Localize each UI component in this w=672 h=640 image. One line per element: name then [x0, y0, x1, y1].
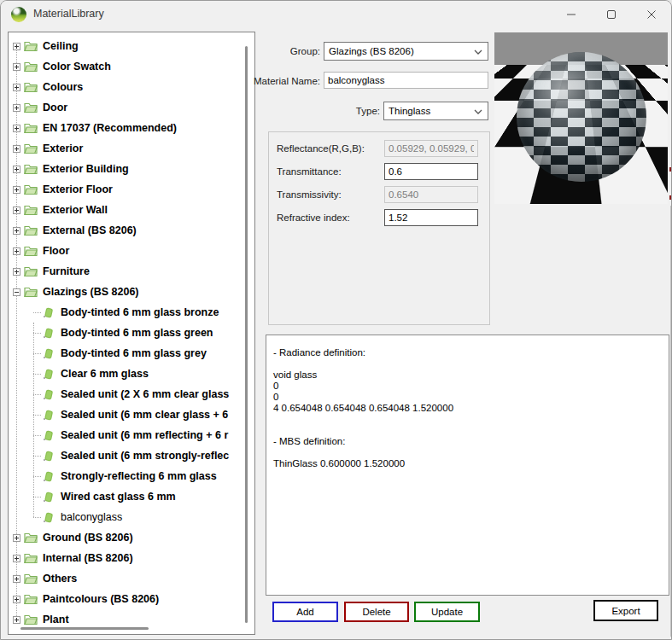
expand-plus-icon[interactable]	[13, 43, 20, 50]
window-title: MaterialLibrary	[33, 8, 104, 20]
tree-item-external-bs-8206[interactable]: External (BS 8206)	[9, 220, 254, 241]
delete-button[interactable]: Delete	[344, 602, 409, 622]
tree-item-others[interactable]: Others	[9, 568, 254, 589]
expand-plus-icon[interactable]	[13, 247, 20, 255]
property-row-refractive-index: Refractive index:	[269, 207, 489, 230]
group-dropdown[interactable]: Glazings (BS 8206)	[324, 42, 488, 61]
chevron-down-icon	[474, 109, 482, 114]
expand-plus-icon[interactable]	[13, 555, 20, 562]
expand-plus-icon[interactable]	[13, 534, 20, 542]
group-dropdown-value: Glazings (BS 8206)	[329, 46, 414, 56]
tree-item-sealed-unit-6-mm-strongly-reflec[interactable]: Sealed unit (6 mm strongly-reflec	[9, 445, 254, 466]
folder-icon	[24, 532, 38, 544]
minimize-button[interactable]	[551, 1, 591, 28]
tree-item-exterior-building[interactable]: Exterior Building	[9, 159, 254, 179]
refractive-index-input[interactable]	[384, 209, 478, 226]
tree-item-body-tinted-6-mm-glass-bronze[interactable]: Body-tinted 6 mm glass bronze	[9, 302, 254, 323]
collapse-minus-icon[interactable]	[13, 288, 20, 296]
tree-item-label: Glazings (BS 8206)	[43, 286, 139, 298]
tree-item-colours[interactable]: Colours	[9, 77, 254, 97]
expand-plus-icon[interactable]	[13, 186, 20, 194]
tree-item-exterior-floor[interactable]: Exterior Floor	[9, 179, 254, 200]
tree-item-label: EN 17037 (Recommended)	[43, 122, 177, 134]
preview-glass-sphere	[517, 52, 646, 182]
tree-item-body-tinted-6-mm-glass-green[interactable]: Body-tinted 6 mm glass green	[9, 323, 254, 343]
material-icon	[42, 511, 56, 524]
expand-plus-icon[interactable]	[13, 616, 20, 624]
export-button[interactable]: Export	[593, 600, 658, 621]
tree-item-glazings-bs-8206[interactable]: Glazings (BS 8206)	[9, 282, 254, 302]
transmissivity-input	[384, 186, 478, 203]
tree-item-label: Body-tinted 6 mm glass grey	[61, 347, 207, 359]
chevron-down-icon	[474, 49, 482, 55]
tree-connector-stub	[33, 435, 41, 436]
folder-icon	[24, 552, 38, 565]
folder-icon	[24, 286, 38, 299]
tree-item-label: Door	[43, 102, 67, 113]
tree-horizontal-scrollbar[interactable]	[20, 627, 149, 630]
type-label: Type:	[325, 106, 380, 116]
group-label: Group:	[257, 46, 320, 56]
folder-icon	[24, 122, 38, 135]
folder-icon	[24, 81, 38, 94]
transmittance-input[interactable]	[384, 163, 478, 180]
tree-item-sealed-unit-6-mm-reflecting-6-r[interactable]: Sealed unit (6 mm reflecting + 6 r	[9, 425, 254, 445]
tree-item-clear-6-mm-glass[interactable]: Clear 6 mm glass	[9, 364, 254, 384]
close-button[interactable]	[631, 1, 671, 28]
expand-plus-icon[interactable]	[13, 63, 20, 71]
expand-plus-icon[interactable]	[13, 268, 20, 276]
tree-item-label: Ceiling	[43, 40, 79, 52]
tree-item-label: Sealed unit (6 mm clear glass + 6	[61, 409, 228, 421]
tree-item-en-17037-recommended[interactable]: EN 17037 (Recommended)	[9, 118, 254, 138]
tree-item-label: balconyglass	[61, 511, 122, 523]
tree-item-label: Others	[43, 573, 77, 585]
tree-item-label: Furniture	[43, 265, 90, 277]
material-icon	[42, 306, 56, 319]
definition-box[interactable]: - Radiance definition: void glass 0 0 4 …	[266, 335, 669, 596]
tree-item-sealed-unit-6-mm-clear-glass-6[interactable]: Sealed unit (6 mm clear glass + 6	[9, 404, 254, 425]
expand-plus-icon[interactable]	[13, 596, 20, 603]
tree-item-label: Color Swatch	[43, 61, 111, 73]
tree-item-body-tinted-6-mm-glass-grey[interactable]: Body-tinted 6 mm glass grey	[9, 343, 254, 364]
tree-vertical-scrollbar[interactable]	[245, 46, 248, 623]
expand-plus-icon[interactable]	[13, 207, 20, 214]
tree-item-paintcolours-bs-8206[interactable]: Paintcolours (BS 8206)	[9, 589, 254, 609]
tree-item-door[interactable]: Door	[9, 97, 254, 118]
tree-item-floor[interactable]: Floor	[9, 241, 254, 261]
expand-plus-icon[interactable]	[13, 575, 20, 583]
tree-item-furniture[interactable]: Furniture	[9, 261, 254, 282]
update-button[interactable]: Update	[414, 602, 480, 622]
expand-plus-icon[interactable]	[13, 145, 20, 153]
tree-item-label: Paintcolours (BS 8206)	[43, 593, 159, 605]
tree-item-exterior[interactable]: Exterior	[9, 138, 254, 159]
type-dropdown-value: Thinglass	[389, 106, 430, 116]
tree-connector-stub	[33, 517, 41, 518]
tree-item-ground-bs-8206[interactable]: Ground (BS 8206)	[9, 527, 254, 548]
expand-plus-icon[interactable]	[13, 104, 20, 112]
tree-item-internal-bs-8206[interactable]: Internal (BS 8206)	[9, 548, 254, 568]
tree-connector-stub	[33, 333, 41, 334]
material-icon	[42, 327, 56, 340]
tree-item-label: Plant	[43, 614, 69, 625]
tree-item-ceiling[interactable]: Ceiling	[9, 36, 254, 56]
expand-plus-icon[interactable]	[13, 84, 20, 91]
tree-item-wired-cast-glass-6-mm[interactable]: Wired cast glass 6 mm	[9, 486, 254, 507]
material-name-label: Material Name:	[247, 76, 320, 86]
tree-item-sealed-unit-2-x-6-mm-clear-glass[interactable]: Sealed unit (2 X 6 mm clear glass	[9, 384, 254, 404]
tree-item-label: External (BS 8206)	[43, 224, 137, 236]
tree-item-strongly-reflecting-6-mm-glass[interactable]: Strongly-reflecting 6 mm glass	[9, 466, 254, 486]
type-dropdown[interactable]: Thinglass	[383, 102, 488, 120]
expand-plus-icon[interactable]	[13, 125, 20, 132]
material-library-window: MaterialLibrary CeilingColor SwatchColou…	[0, 0, 672, 640]
material-name-input[interactable]	[324, 72, 488, 89]
material-icon	[42, 409, 56, 422]
expand-plus-icon[interactable]	[13, 227, 20, 235]
tree-item-color-swatch[interactable]: Color Swatch	[9, 56, 254, 77]
expand-plus-icon[interactable]	[13, 166, 20, 173]
tree-item-balconyglass[interactable]: balconyglass	[9, 507, 254, 527]
material-icon	[42, 347, 56, 360]
tree-item-exterior-wall[interactable]: Exterior Wall	[9, 200, 254, 220]
properties-panel: Reflectance(R,G,B):Transmittance:Transmi…	[268, 131, 490, 325]
maximize-button[interactable]	[591, 1, 631, 28]
add-button[interactable]: Add	[272, 602, 338, 622]
